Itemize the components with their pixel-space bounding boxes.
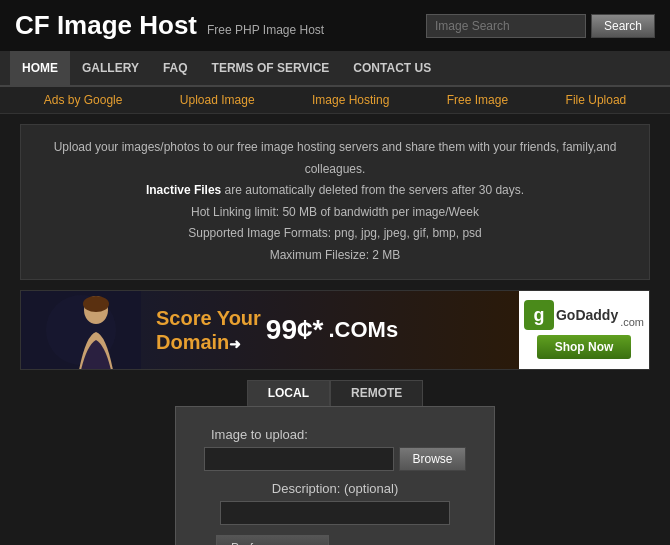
- nav-item-home[interactable]: HOME: [10, 51, 70, 85]
- info-line2: Hot Linking limit: 50 MB of bandwidth pe…: [36, 202, 634, 224]
- preferences-label: Preferences: [231, 541, 296, 545]
- search-button[interactable]: Search: [591, 14, 655, 38]
- ad-left: [21, 290, 141, 370]
- ad-price: 99¢*: [266, 314, 324, 346]
- tab-local[interactable]: LOCAL: [247, 380, 330, 406]
- upload-tabs: LOCAL REMOTE: [175, 380, 495, 406]
- subnav: Ads by Google Upload Image Image Hosting…: [0, 87, 670, 114]
- nav: HOME GALLERY FAQ TERMS OF SERVICE CONTAC…: [0, 51, 670, 87]
- file-input-row: Browse: [201, 447, 469, 471]
- image-upload-label: Image to upload:: [211, 427, 469, 442]
- info-inactive-label: Inactive Files: [146, 183, 221, 197]
- subnav-fileupload[interactable]: File Upload: [566, 93, 627, 107]
- browse-button[interactable]: Browse: [399, 447, 465, 471]
- upload-box: Image to upload: Browse Description: (op…: [175, 406, 495, 545]
- subnav-ads[interactable]: Ads by Google: [44, 93, 123, 107]
- tagline: Free PHP Image Host: [207, 23, 324, 37]
- ad-domain-text: Domain➜: [156, 330, 261, 354]
- ad-score-text: Score Your: [156, 306, 261, 330]
- search-input[interactable]: [426, 14, 586, 38]
- shop-now-button[interactable]: Shop Now: [537, 335, 632, 359]
- nav-item-contact[interactable]: CONTACT US: [341, 51, 443, 85]
- nav-item-faq[interactable]: FAQ: [151, 51, 200, 85]
- search-area: Search: [426, 14, 655, 38]
- godaddy-name: GoDaddy: [556, 307, 618, 323]
- svg-point-3: [83, 296, 109, 312]
- ad-right: g GoDaddy .com Shop Now: [519, 290, 649, 370]
- nav-item-gallery[interactable]: GALLERY: [70, 51, 151, 85]
- godaddy-tld: .com: [620, 316, 644, 328]
- subnav-hosting[interactable]: Image Hosting: [312, 93, 389, 107]
- nav-item-tos[interactable]: TERMS OF SERVICE: [200, 51, 342, 85]
- info-line3: Supported Image Formats: png, jpg, jpeg,…: [36, 223, 634, 245]
- description-input[interactable]: [220, 501, 450, 525]
- preferences-button[interactable]: Preferences ▼: [216, 535, 329, 545]
- ad-figure-icon: [21, 290, 141, 370]
- upload-section: LOCAL REMOTE Image to upload: Browse Des…: [175, 380, 495, 545]
- info-main: Upload your images/photos to our free im…: [36, 137, 634, 180]
- subnav-upload[interactable]: Upload Image: [180, 93, 255, 107]
- info-inactive-text: are automatically deleted from the serve…: [225, 183, 524, 197]
- ad-banner: Score Your Domain➜ 99¢* .COMs g GoDaddy …: [20, 290, 650, 370]
- info-line4: Maximum Filesize: 2 MB: [36, 245, 634, 267]
- file-path-input[interactable]: [204, 447, 394, 471]
- description-label: Description: (optional): [201, 481, 469, 496]
- godaddy-logo-icon: g: [524, 300, 554, 330]
- logo-text: CF Image Host: [15, 10, 197, 41]
- logo-area: CF Image Host Free PHP Image Host: [15, 10, 324, 41]
- info-line1: Inactive Files are automatically deleted…: [36, 180, 634, 202]
- header: CF Image Host Free PHP Image Host Search: [0, 0, 670, 51]
- ad-middle: Score Your Domain➜ 99¢* .COMs: [141, 290, 519, 370]
- ad-suffix: .COMs: [328, 317, 398, 343]
- tab-remote[interactable]: REMOTE: [330, 380, 423, 406]
- subnav-free[interactable]: Free Image: [447, 93, 508, 107]
- info-box: Upload your images/photos to our free im…: [20, 124, 650, 280]
- preferences-row: Preferences ▼: [201, 535, 469, 545]
